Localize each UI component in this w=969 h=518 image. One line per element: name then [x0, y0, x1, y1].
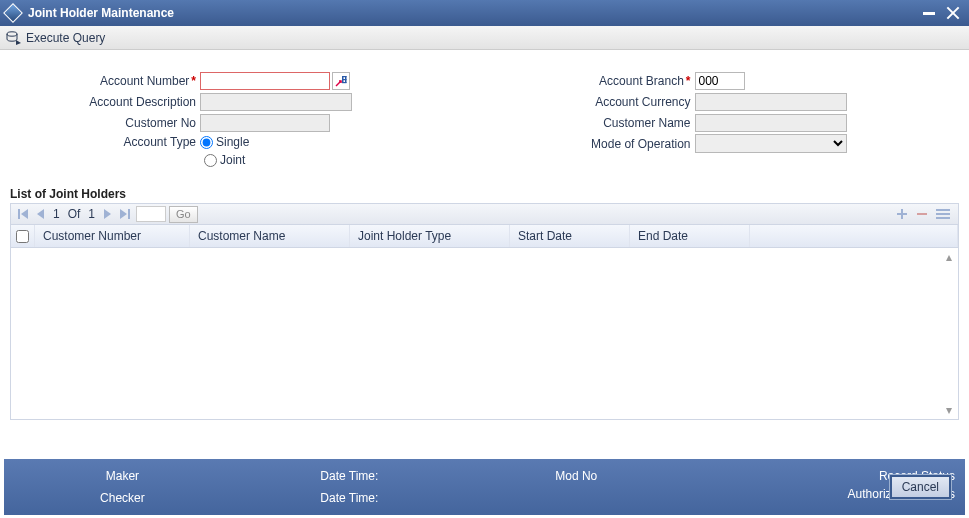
grid-details-button[interactable] [932, 208, 954, 220]
account-type-single-radio[interactable]: Single [200, 133, 249, 151]
list-section-title: List of Joint Holders [10, 187, 959, 201]
form-area: Account Number* Account Description Cust… [10, 60, 959, 187]
svg-rect-9 [897, 213, 907, 215]
account-currency-label: Account Currency [505, 95, 695, 109]
minus-icon [916, 208, 928, 220]
scroll-down-icon[interactable]: ▾ [942, 403, 956, 417]
customer-name-input[interactable] [695, 114, 847, 132]
svg-rect-3 [342, 76, 347, 77]
svg-rect-6 [18, 209, 20, 219]
grid-remove-button[interactable] [912, 208, 932, 220]
grid-header: Customer Number Customer Name Joint Hold… [10, 225, 959, 248]
scroll-up-icon[interactable]: ▴ [942, 250, 956, 264]
cancel-button[interactable]: Cancel [890, 475, 951, 499]
svg-point-0 [7, 31, 17, 35]
account-currency-input[interactable] [695, 93, 847, 111]
status-checker-label: Checker [14, 491, 231, 505]
pager-current: 1 [49, 207, 64, 221]
close-button[interactable] [943, 4, 963, 22]
pager-bar: 1 Of 1 Go [10, 203, 959, 225]
form-left-column: Account Number* Account Description Cust… [10, 70, 465, 169]
content-area: Account Number* Account Description Cust… [0, 50, 969, 458]
account-number-label: Account Number* [10, 74, 200, 88]
pager-go-button[interactable]: Go [169, 206, 198, 223]
pager-total: 1 [84, 207, 99, 221]
minimize-button[interactable] [919, 4, 939, 22]
col-spacer [750, 225, 958, 247]
customer-name-label: Customer Name [505, 116, 695, 130]
mode-of-operation-label: Mode of Operation [505, 137, 695, 151]
status-maker-label: Maker [14, 469, 231, 483]
title-bar: Joint Holder Maintenance [0, 0, 969, 26]
details-icon [936, 208, 950, 220]
svg-rect-13 [936, 217, 950, 219]
toolbar: Execute Query [0, 26, 969, 50]
grid-select-all-checkbox[interactable] [16, 230, 29, 243]
lov-icon [335, 75, 347, 87]
form-right-column: Account Branch* Account Currency Custome… [505, 70, 960, 169]
col-end-date[interactable]: End Date [630, 225, 750, 247]
status-modno-label: Mod No [468, 469, 685, 483]
first-icon [18, 209, 30, 219]
status-datetime2-label: Date Time: [241, 491, 458, 505]
pager-prev-button[interactable] [33, 209, 49, 219]
account-description-label: Account Description [10, 95, 200, 109]
prev-icon [36, 209, 46, 219]
window-title: Joint Holder Maintenance [28, 6, 915, 20]
plus-icon [896, 208, 908, 220]
col-start-date[interactable]: Start Date [510, 225, 630, 247]
mode-of-operation-select[interactable] [695, 134, 847, 153]
minimize-icon [923, 12, 935, 15]
close-icon [946, 6, 960, 20]
customer-no-input[interactable] [200, 114, 330, 132]
pager-last-button[interactable] [115, 209, 133, 219]
col-joint-holder-type[interactable]: Joint Holder Type [350, 225, 510, 247]
pager-first-button[interactable] [15, 209, 33, 219]
svg-rect-11 [936, 209, 950, 211]
app-icon [3, 3, 23, 23]
next-icon [102, 209, 112, 219]
svg-rect-4 [342, 79, 347, 80]
execute-query-button[interactable]: Execute Query [26, 31, 105, 45]
svg-rect-10 [917, 213, 927, 215]
status-bar: Maker Checker Date Time: Date Time: Mod … [4, 459, 965, 515]
account-number-input[interactable] [200, 72, 330, 90]
col-customer-number[interactable]: Customer Number [35, 225, 190, 247]
account-number-lov-button[interactable] [332, 72, 350, 90]
svg-rect-7 [128, 209, 130, 219]
col-customer-name[interactable]: Customer Name [190, 225, 350, 247]
customer-no-label: Customer No [10, 116, 200, 130]
svg-rect-12 [936, 213, 950, 215]
grid-add-button[interactable] [892, 208, 912, 220]
last-icon [118, 209, 130, 219]
account-branch-label: Account Branch* [505, 74, 695, 88]
grid-body[interactable]: ▴ ▾ [10, 248, 959, 420]
pager-of-label: Of [64, 207, 85, 221]
account-branch-input[interactable] [695, 72, 745, 90]
account-type-joint-radio[interactable]: Joint [204, 151, 245, 169]
pager-next-button[interactable] [99, 209, 115, 219]
account-type-label: Account Type [10, 133, 200, 149]
account-description-input[interactable] [200, 93, 352, 111]
pager-page-input[interactable] [136, 206, 166, 222]
status-datetime1-label: Date Time: [241, 469, 458, 483]
svg-rect-5 [342, 82, 347, 83]
execute-query-icon [6, 30, 22, 46]
